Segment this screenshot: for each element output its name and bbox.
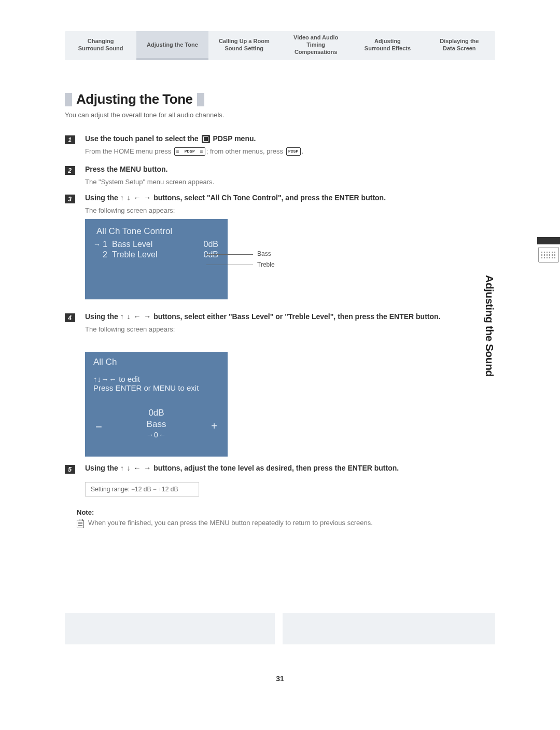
text: buttons, select "All Ch Tone Control", a… [151,194,386,202]
page-number: 31 [0,674,560,683]
row-value: 0dB [199,250,221,259]
title-flag-left [65,93,72,106]
tab-underline [65,58,495,60]
note-text: When you're finished, you can press the … [88,519,451,527]
arrow-keys-icon: ↑ ↓ ← → [120,464,152,472]
screen-all-ch-edit: All Ch ↑↓→← to edit Press ENTER or MENU … [85,352,228,457]
step-1-sub: From the HOME menu press PDSP; from othe… [85,146,448,157]
bottom-placeholder-right [283,613,495,644]
pdsp-small-icon: PDSP [286,147,301,156]
bottom-placeholder-left [65,613,275,644]
note-heading: Note: [77,508,94,516]
tab-label: ChangingSurround Sound [78,37,123,52]
title-flag-right [197,93,204,106]
top-tab-bar: ChangingSurround Sound Adjusting the Ton… [65,31,495,58]
intro-text: You can adjust the overall tone for all … [65,111,224,119]
step-3-badge-wrap: 3 [65,195,75,203]
step-4-heading: Using the ↑ ↓ ← → buttons, select either… [85,312,484,322]
text: . [302,147,304,155]
tab-underline-selected [136,58,208,60]
row-name: Treble Level [112,250,199,259]
side-tab-icon [538,247,559,263]
leader-line-treble [206,265,253,265]
tab-room-sound-setting[interactable]: Calling Up a RoomSound Setting [208,31,280,58]
step-5-badge-wrap: 5 [65,465,75,474]
screen2-line2: Press ENTER or MENU to exit [93,383,221,392]
step-1-body: Use the touch panel to select the PDSP m… [85,134,448,156]
cursor-arrow-icon: → [93,240,103,249]
setting-range-box: Setting range: −12 dB − +12 dB [85,482,199,497]
step-2-body: Press the MENU button. The "System Setup… [85,164,448,187]
screen-all-ch-tone-control: All Ch Tone Control → 1 Bass Level 0dB 2… [85,219,228,299]
text: ; from other menus, press [206,147,285,155]
text: PDSP menu. [211,134,256,143]
step-4-sub: The following screen appears: [85,324,484,335]
callout-treble: Treble [257,261,275,268]
page-title: Adjusting the Tone [76,91,193,107]
step-badge: 3 [65,195,75,203]
screen1-title: All Ch Tone Control [96,226,221,237]
note-row: When you're finished, you can press the … [77,519,451,528]
step-1-heading: Use the touch panel to select the PDSP m… [85,134,448,144]
step-2-sub: The "System Setup" menu screen appears. [85,177,448,187]
step-1-badge-wrap: 1 [65,135,75,144]
pdsp-button-icon: PDSP [174,147,205,156]
tab-surround-effects[interactable]: AdjustingSurround Effects [352,31,423,58]
screen1-row-treble: 2 Treble Level 0dB [93,250,221,259]
tab-changing-surround[interactable]: ChangingSurround Sound [65,31,136,58]
screen2-line1: ↑↓→← to edit [93,375,221,383]
step-4-badge-wrap: 4 [65,313,75,322]
setting-range-text: Setting range: −12 dB − +12 dB [91,486,178,493]
pdsp-menu-icon [202,135,210,143]
tab-label: Calling Up a RoomSound Setting [219,37,270,52]
screen2-adjust-area: − + 0dB Bass →0← [91,406,221,442]
screen2-indicator: →0← [91,431,221,439]
step-badge: 5 [65,465,75,474]
screen2-param: Bass [91,419,221,430]
step-3-sub: The following screen appears: [85,205,448,216]
text: From the HOME menu press [85,147,173,155]
row-index: 1 [103,240,112,249]
side-tab-marker [537,237,560,244]
page-title-row: Adjusting the Tone [65,91,204,107]
tab-label: AdjustingSurround Effects [365,37,411,52]
row-index: 2 [103,250,112,259]
arrow-keys-icon: ↑ ↓ ← → [120,312,152,321]
tab-label: Video and AudioTimingCompensations [293,34,338,56]
arrow-keys-icon: ↑ ↓ ← → [120,194,152,202]
screen1-row-bass: → 1 Bass Level 0dB [93,240,221,249]
text: Using the [85,312,120,321]
text: buttons, adjust the tone level as desire… [151,464,399,472]
step-badge: 4 [65,313,75,322]
step-5-body: Using the ↑ ↓ ← → buttons, adjust the to… [85,463,448,476]
step-2-heading: Press the MENU button. [85,164,448,175]
screen2-value: 0dB [91,408,221,418]
row-name: Bass Level [112,240,199,249]
step-2-badge-wrap: 2 [65,166,75,175]
step-4-body: Using the ↑ ↓ ← → buttons, select either… [85,312,484,334]
clipboard-icon [77,520,84,528]
tab-adjusting-tone[interactable]: Adjusting the Tone [136,31,208,58]
step-badge: 1 [65,135,75,144]
text: buttons, select either "Bass Level" or "… [151,312,440,321]
tab-data-screen[interactable]: Displaying theData Screen [424,31,495,58]
step-3-body: Using the ↑ ↓ ← → buttons, select "All C… [85,193,448,215]
callout-bass: Bass [257,250,271,257]
text: Using the [85,194,120,202]
row-value: 0dB [199,240,221,249]
side-section-label: Adjusting the Sound [483,275,496,379]
text: Using the [85,464,120,472]
step-badge: 2 [65,166,75,175]
tab-label: Adjusting the Tone [147,41,198,48]
step-5-heading: Using the ↑ ↓ ← → buttons, adjust the to… [85,463,448,474]
step-3-heading: Using the ↑ ↓ ← → buttons, select "All C… [85,193,448,203]
leader-line-bass [206,254,253,255]
tab-label: Displaying theData Screen [440,37,479,52]
text: Use the touch panel to select the [85,134,201,143]
screen2-title: All Ch [93,357,221,367]
tab-timing-compensations[interactable]: Video and AudioTimingCompensations [280,31,352,58]
